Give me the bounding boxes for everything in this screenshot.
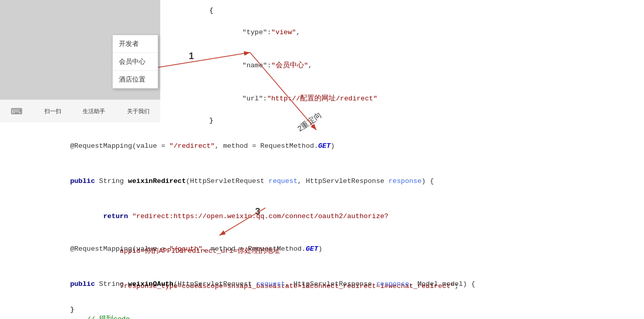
menu-item-developer[interactable]: 开发者 xyxy=(113,35,158,53)
json-code-block: { "type":"view", "name":"会员中心", "url":"h… xyxy=(204,0,623,131)
oauth-annotation: @RequestMapping(value = "/oauth", method… xyxy=(54,232,610,267)
json-line-5: } xyxy=(209,115,617,126)
bottom-bar-scan[interactable]: 扫一扫 xyxy=(44,108,61,115)
menu-item-hotel[interactable]: 酒店位置 xyxy=(113,71,158,88)
bottom-bar-about[interactable]: 关于我们 xyxy=(127,108,150,115)
annotation-3: 3 xyxy=(255,206,260,217)
json-line-3: "name":"会员中心", xyxy=(209,49,617,82)
redirect-method-sig: public String weixinRedirect(HttpServlet… xyxy=(54,164,610,199)
wechat-bottom-bar: ⌨ 扫一扫 生活助手 关于我们 xyxy=(0,99,160,122)
about-label: 关于我们 xyxy=(127,108,150,115)
bottom-bar-life[interactable]: 生活助手 xyxy=(83,108,105,115)
redirect-annotation: @RequestMapping(value = "/redirect", met… xyxy=(54,129,610,164)
wechat-menu: 开发者 会员中心 酒店位置 xyxy=(112,35,158,89)
json-line-4: "url":"http://配置的网址/redirect" xyxy=(209,82,617,115)
wechat-mockup: 开发者 会员中心 酒店位置 ⌨ 扫一扫 生活助手 关于我们 xyxy=(0,0,160,122)
life-label: 生活助手 xyxy=(83,108,105,115)
oauth-method-sig: public String weixinOAuth(HttpServletReq… xyxy=(54,267,610,302)
annotation-1: 1 xyxy=(189,51,194,62)
keyboard-icon: ⌨ xyxy=(11,107,22,116)
scan-label: 扫一扫 xyxy=(44,108,61,115)
menu-item-member[interactable]: 会员中心 xyxy=(113,53,158,71)
bottom-bar-keyboard[interactable]: ⌨ xyxy=(11,107,22,116)
oauth-code-block: @RequestMapping(value = "/oauth", method… xyxy=(51,229,612,319)
json-line-2: "type":"view", xyxy=(209,16,617,49)
json-line-1: { xyxy=(209,5,617,16)
oauth-comment1: // 得到code xyxy=(54,302,610,319)
